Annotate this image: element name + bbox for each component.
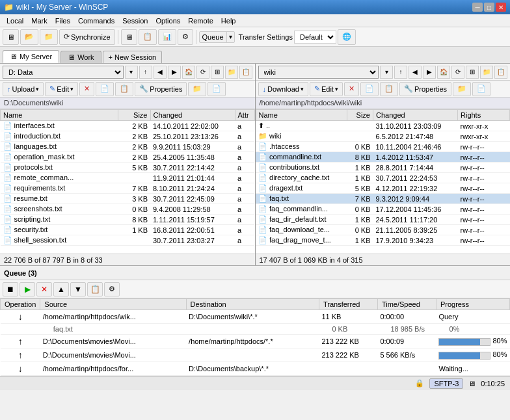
toolbar-btn-8[interactable]: 🌐 (338, 29, 356, 45)
queue-dropdown-arrow[interactable]: ▾ (227, 32, 234, 42)
tab-my-server[interactable]: 🖥 My Server (3, 50, 59, 63)
left-file-row[interactable]: 📄 screenshots.txt 0 KB 9.4.2008 11:29:58… (1, 204, 255, 215)
queue-row[interactable]: ↓ /home/martinp/httpdocs/wik... D:\Docum… (1, 310, 510, 324)
queue-settings-button[interactable]: ⚙ (104, 282, 120, 296)
left-file-row[interactable]: 📄 languages.txt 2 KB 9.9.2011 15:03:29 a (1, 142, 255, 152)
right-file-row[interactable]: 📄 contributions.txt 1 KB 28.8.2011 7:14:… (256, 163, 510, 173)
left-file-row[interactable]: 📄 shell_session.txt 30.7.2011 23:03:27 a (1, 235, 255, 246)
right-addr-browse[interactable]: ▾ (380, 66, 393, 79)
toolbar-btn-6[interactable]: 📊 (158, 29, 176, 45)
queue-col-source[interactable]: Source (40, 299, 186, 310)
left-file-row[interactable]: 📄 introduction.txt 2 KB 25.10.2011 23:13… (1, 131, 255, 142)
close-button[interactable]: ✕ (496, 3, 506, 12)
queue-up-button[interactable]: ▲ (53, 282, 69, 296)
queue-col-speed[interactable]: Time/Speed (377, 299, 436, 310)
menu-item-remote[interactable]: Remote (184, 16, 217, 26)
queue-col-progress[interactable]: Progress (436, 299, 509, 310)
queue-button[interactable]: Queue ▾ (199, 31, 235, 43)
queue-start-button[interactable]: ⏹ (3, 282, 18, 296)
maximize-button[interactable]: □ (484, 3, 494, 12)
right-file-row[interactable]: 📄 directory_cache.txt 1 KB 30.7.2011 22:… (256, 173, 510, 183)
queue-resume-button[interactable]: ▶ (20, 282, 35, 296)
left-move-button[interactable]: 📋 (115, 82, 133, 96)
left-file-row[interactable]: 📄 operation_mask.txt 2 KB 25.4.2005 11:3… (1, 152, 255, 163)
left-history-button[interactable]: 📄 (208, 82, 226, 96)
right-history-button[interactable]: 📄 (472, 82, 490, 96)
right-file-row[interactable]: 📄 faq_commandlin... 0 KB 17.12.2004 11:4… (256, 204, 510, 215)
left-addr-refresh[interactable]: ⟳ (196, 66, 209, 79)
menu-item-mark[interactable]: Mark (27, 16, 51, 26)
queue-col-transferred[interactable]: Transferred (319, 299, 377, 310)
left-address-input[interactable]: D: Data (3, 66, 124, 79)
right-addr-copy[interactable]: 📋 (494, 66, 507, 79)
right-file-row[interactable]: 📄 faq_dir_default.txt 1 KB 24.5.2011 11:… (256, 215, 510, 225)
right-file-row[interactable]: 📄 dragext.txt 5 KB 4.12.2011 22:19:32 rw… (256, 183, 510, 194)
new-session-button[interactable]: + New Session (103, 51, 163, 63)
right-col-name[interactable]: Name (256, 110, 347, 121)
left-addr-forward[interactable]: ▶ (168, 66, 181, 79)
right-file-row[interactable]: 📄 faq.txt 7 KB 9.3.2012 9:09:44 rw-r--r-… (256, 194, 510, 204)
right-addr-back[interactable]: ◀ (409, 66, 422, 79)
left-newfolder-button[interactable]: 📁 (188, 82, 206, 96)
right-properties-button[interactable]: 🔧 Properties (399, 82, 451, 96)
menu-item-help[interactable]: Help (217, 16, 240, 26)
left-file-row[interactable]: 📄 requirements.txt 7 KB 8.10.2011 21:24:… (1, 183, 255, 194)
queue-row[interactable]: ↑ D:\Documents\movies\Movi... /home/mart… (1, 335, 510, 348)
right-file-row[interactable]: ⬆ .. 31.10.2011 23:03:09 rwxr-xr-x (256, 121, 510, 131)
left-file-row[interactable]: 📄 interfaces.txt 2 KB 14.10.2011 22:02:0… (1, 121, 255, 131)
right-addr-forward[interactable]: ▶ (423, 66, 436, 79)
right-delete-button[interactable]: ✕ (344, 82, 359, 96)
menu-item-session[interactable]: Session (118, 16, 152, 26)
download-dropdown-icon[interactable]: ▾ (301, 86, 304, 92)
queue-col-dest[interactable]: Destination (186, 299, 319, 310)
left-addr-browse[interactable]: ▾ (125, 66, 138, 79)
right-file-row[interactable]: 📄 faq_download_te... 0 KB 21.11.2005 8:3… (256, 225, 510, 235)
right-file-row[interactable]: 📄 .htaccess 0 KB 10.11.2004 21:46:46 rw-… (256, 142, 510, 152)
right-addr-root[interactable]: ⊞ (466, 66, 479, 79)
left-addr-root[interactable]: ⊞ (211, 66, 224, 79)
menu-item-local[interactable]: Local (3, 16, 27, 26)
toolbar-btn-5[interactable]: 📋 (139, 29, 157, 45)
right-addr-home[interactable]: 🏠 (437, 66, 450, 79)
menu-item-commands[interactable]: Commands (74, 16, 118, 26)
left-addr-back[interactable]: ◀ (154, 66, 167, 79)
left-addr-home[interactable]: 🏠 (182, 66, 195, 79)
queue-stop-button[interactable]: ✕ (36, 282, 52, 296)
download-button[interactable]: ↓ Download ▾ (258, 82, 308, 96)
left-file-row[interactable]: 📄 protocols.txt 5 KB 30.7.2011 22:14:42 … (1, 163, 255, 173)
left-addr-parent[interactable]: ↑ (139, 66, 152, 79)
left-col-size[interactable]: Size (118, 110, 150, 121)
queue-col-op[interactable]: Operation (1, 299, 40, 310)
right-edit-dropdown[interactable]: ▾ (335, 86, 338, 92)
upload-dropdown-icon[interactable]: ▾ (36, 86, 39, 92)
queue-down-button[interactable]: ▼ (70, 282, 86, 296)
left-edit-dropdown[interactable]: ▾ (70, 86, 74, 92)
toolbar-btn-4[interactable]: 🖥 (121, 29, 137, 45)
left-file-row[interactable]: 📄 resume.txt 3 KB 30.7.2011 22:45:09 a (1, 194, 255, 204)
left-addr-copy[interactable]: 📋 (239, 66, 252, 79)
left-copy-button[interactable]: 📄 (96, 82, 114, 96)
toolbar-btn-7[interactable]: ⚙ (178, 29, 193, 45)
left-edit-button[interactable]: ✎ Edit ▾ (45, 82, 78, 96)
queue-row[interactable]: ↓ /home/martinp/httpdocs/for... D:\Docum… (1, 362, 510, 376)
transfer-settings-select[interactable]: Default (294, 31, 336, 44)
left-addr-new[interactable]: 📁 (225, 66, 238, 79)
right-file-row[interactable]: 📄 faq_drag_move_t... 1 KB 17.9.2010 9:34… (256, 235, 510, 246)
right-col-rights[interactable]: Rights (458, 110, 510, 121)
right-col-size[interactable]: Size (347, 110, 373, 121)
synchronize-button[interactable]: ⟳ Synchronize (59, 29, 115, 45)
menu-item-options[interactable]: Options (152, 16, 184, 26)
toolbar-btn-2[interactable]: 📂 (20, 29, 38, 45)
right-move-button[interactable]: 📋 (380, 82, 398, 96)
right-address-input[interactable]: wiki (258, 66, 379, 79)
queue-copy-button[interactable]: 📋 (87, 282, 103, 296)
toolbar-btn-3[interactable]: 📁 (40, 29, 58, 45)
right-file-row[interactable]: 📁 wiki 6.5.2012 21:47:48 rwxr-xr-x (256, 131, 510, 142)
minimize-button[interactable]: ─ (472, 3, 483, 12)
right-edit-button[interactable]: ✎ Edit ▾ (310, 82, 343, 96)
right-addr-parent[interactable]: ↑ (394, 66, 407, 79)
left-delete-button[interactable]: ✕ (79, 82, 94, 96)
right-copy-button[interactable]: 📄 (360, 82, 379, 96)
toolbar-btn-1[interactable]: 🖥 (3, 29, 19, 45)
right-addr-new[interactable]: 📁 (480, 66, 493, 79)
